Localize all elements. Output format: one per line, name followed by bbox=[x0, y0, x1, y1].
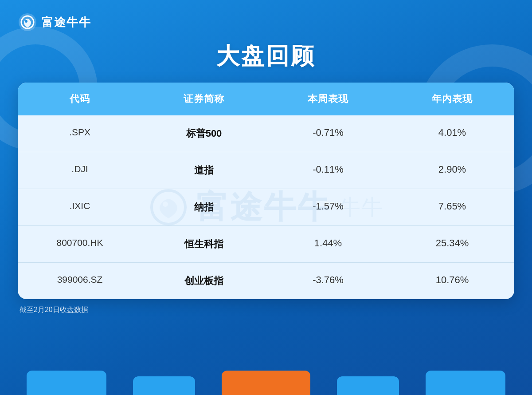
page-title: 大盘回顾 bbox=[0, 41, 532, 72]
col-header-code: 代码 bbox=[18, 83, 142, 115]
cell-code-4: 800700.HK bbox=[18, 226, 142, 262]
bottom-decos bbox=[0, 371, 532, 395]
svg-point-2 bbox=[25, 20, 27, 23]
cell-weekly-3: -1.57% bbox=[266, 189, 390, 225]
bottom-deco-right bbox=[426, 371, 505, 395]
cell-code-2: .DJI bbox=[18, 152, 142, 189]
cell-code-1: .SPX bbox=[18, 115, 142, 152]
cell-weekly-2: -0.11% bbox=[266, 152, 390, 189]
logo-icon bbox=[18, 12, 37, 32]
cell-weekly-1: -0.71% bbox=[266, 115, 390, 152]
col-header-ytd: 年内表现 bbox=[390, 83, 514, 115]
cell-code-5: 399006.SZ bbox=[18, 263, 142, 299]
footer: 截至2月20日收盘数据 bbox=[0, 299, 532, 315]
logo: 富途牛牛 bbox=[18, 12, 91, 32]
bottom-deco-mid-right bbox=[337, 376, 399, 395]
table-row: .DJI 道指 -0.11% 2.90% bbox=[18, 152, 514, 189]
cell-ytd-2: 2.90% bbox=[390, 152, 514, 189]
cell-code-3: .IXIC bbox=[18, 189, 142, 225]
cell-weekly-4: 1.44% bbox=[266, 226, 390, 262]
cell-weekly-5: -3.76% bbox=[266, 263, 390, 299]
cell-ytd-1: 4.01% bbox=[390, 115, 514, 152]
table-header: 代码 证券简称 本周表现 年内表现 bbox=[18, 83, 514, 115]
cell-name-5: 创业板指 bbox=[142, 263, 266, 299]
bottom-deco-left bbox=[27, 371, 106, 395]
cell-name-1: 标普500 bbox=[142, 115, 266, 152]
main-card: 代码 证券简称 本周表现 年内表现 富途牛牛 牛牛 .SPX 标普500 -0.… bbox=[18, 83, 514, 299]
table-body: 富途牛牛 牛牛 .SPX 标普500 -0.71% 4.01% .DJI 道指 … bbox=[18, 115, 514, 299]
page-title-wrapper: 大盘回顾 bbox=[0, 41, 532, 72]
footer-note: 截至2月20日收盘数据 bbox=[20, 306, 88, 313]
table-row: 800700.HK 恒生科指 1.44% 25.34% bbox=[18, 226, 514, 263]
col-header-name: 证券简称 bbox=[142, 83, 266, 115]
cell-ytd-3: 7.65% bbox=[390, 189, 514, 225]
cell-name-2: 道指 bbox=[142, 152, 266, 189]
table-row: 399006.SZ 创业板指 -3.76% 10.76% bbox=[18, 263, 514, 299]
cell-ytd-5: 10.76% bbox=[390, 263, 514, 299]
col-header-weekly: 本周表现 bbox=[266, 83, 390, 115]
cell-name-4: 恒生科指 bbox=[142, 226, 266, 262]
table-row: .SPX 标普500 -0.71% 4.01% bbox=[18, 115, 514, 152]
table-row: .IXIC 纳指 -1.57% 7.65% bbox=[18, 189, 514, 226]
header: 富途牛牛 bbox=[0, 0, 532, 36]
bottom-deco-center bbox=[222, 371, 310, 395]
bottom-deco-mid-left bbox=[133, 376, 195, 395]
logo-text: 富途牛牛 bbox=[42, 15, 91, 30]
cell-name-3: 纳指 bbox=[142, 189, 266, 225]
cell-ytd-4: 25.34% bbox=[390, 226, 514, 262]
